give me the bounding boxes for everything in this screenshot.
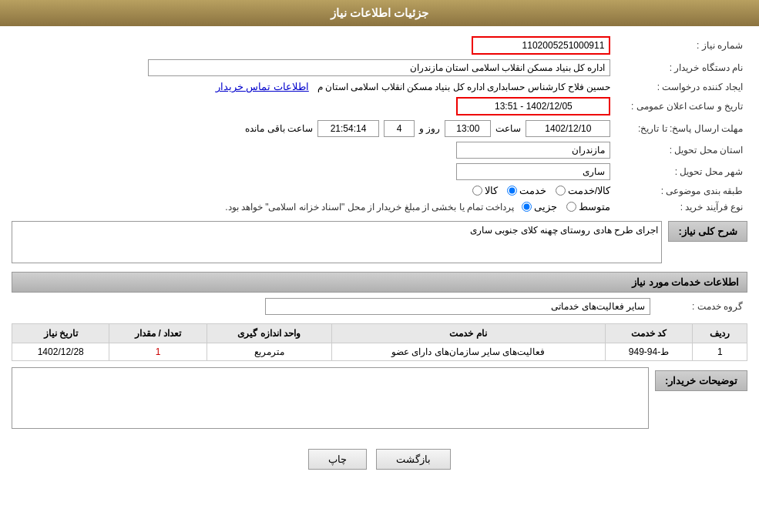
purchase-type-radio-group: متوسط جزیی [522,201,610,212]
col-header-qty: تعداد / مقدار [109,324,207,343]
col-header-code: کد خدمت [605,324,693,343]
buyer-desc-label: توضیحات خریدار: [655,370,747,391]
reply-days-label: روز و [419,123,440,134]
purchase-type-label: نوع فرآیند خرید : [615,199,747,215]
page-title: جزئیات اطلاعات نیاز [331,6,428,19]
province-input [456,142,610,159]
category-goods-service-radio[interactable] [556,186,566,196]
creator-link[interactable]: اطلاعات تماس خریدار [216,81,309,92]
category-goods-radio[interactable] [472,186,482,196]
col-header-name: نام خدمت [331,324,605,343]
city-input [456,163,610,180]
buyer-org-label: نام دستگاه خریدار : [615,57,747,79]
need-number-value [306,34,615,57]
category-service: خدمت [507,185,546,196]
category-service-label: خدمت [519,185,546,196]
purchase-type-medium: متوسط [566,201,610,212]
purchase-type-medium-radio[interactable] [566,202,576,212]
service-group-input [265,298,650,315]
need-desc-label: شرح کلی نیاز: [668,221,747,242]
purchase-type-partial-label: جزیی [534,201,557,212]
services-section-header: اطلاعات خدمات مورد نیاز [12,272,747,293]
category-goods: کالا [472,185,498,196]
table-row: 1ط-94-949فعالیت‌های سایر سازمان‌های دارا… [12,343,747,361]
need-number-input[interactable] [472,36,610,55]
page-container: جزئیات اطلاعات نیاز شماره نیاز : نام دست… [0,0,759,532]
creator-label: ایجاد کننده درخواست : [615,79,747,95]
need-desc-textarea[interactable] [12,221,662,263]
reply-days-input [384,120,415,137]
category-service-radio[interactable] [507,186,517,196]
need-desc-section: شرح کلی نیاز: [12,221,747,266]
purchase-type-medium-label: متوسط [579,201,610,212]
category-goods-label: کالا [485,185,498,196]
col-header-date: تاریخ نیاز [12,324,109,343]
buyer-desc-textarea[interactable] [12,367,649,429]
city-label: شهر محل تحویل : [615,161,747,182]
page-header: جزئیات اطلاعات نیاز [0,0,759,26]
category-goods-service-label: کالا/خدمت [568,185,611,196]
reply-date-input [526,120,610,137]
publish-date-label: تاریخ و ساعت اعلان عمومی : [615,95,747,118]
reply-remaining-input [317,120,379,137]
col-header-unit: واحد اندازه گیری [207,324,331,343]
need-number-label: شماره نیاز : [615,34,747,57]
buyer-desc-section: توضیحات خریدار: [12,367,747,431]
purchase-type-note: پرداخت تمام یا بخشی از مبلغ خریدار از مح… [225,202,514,212]
reply-remaining-label: ساعت باقی مانده [245,123,313,134]
service-group-label: گروه خدمت : [655,296,747,317]
services-table: ردیف کد خدمت نام خدمت واحد اندازه گیری ت… [12,323,747,361]
purchase-type-partial-radio[interactable] [522,202,532,212]
category-radio-group: کالا/خدمت خدمت کالا [16,185,610,196]
creator-value: حسین فلاح کارشناس حسابداری اداره کل بنیا… [317,82,611,92]
reply-time-input [445,120,491,137]
publish-date-input [456,97,610,115]
service-group-table: گروه خدمت : [12,296,747,317]
button-area: بازگشت چاپ [12,437,747,477]
category-goods-service: کالا/خدمت [556,185,611,196]
category-label: طبقه بندی موضوعی : [615,182,747,199]
info-table: شماره نیاز : نام دستگاه خریدار : ایجاد ک… [12,34,747,215]
content-area: شماره نیاز : نام دستگاه خریدار : ایجاد ک… [0,26,759,485]
reply-time-label: ساعت [495,123,521,134]
buyer-org-value [12,57,615,79]
reply-deadline-label: مهلت ارسال پاسخ: تا تاریخ: [615,118,747,139]
back-button[interactable]: بازگشت [376,449,451,470]
col-header-row: ردیف [693,324,747,343]
purchase-type-partial: جزیی [522,201,557,212]
buyer-org-input [148,59,610,76]
print-button[interactable]: چاپ [308,449,367,470]
province-label: استان محل تحویل : [615,139,747,161]
